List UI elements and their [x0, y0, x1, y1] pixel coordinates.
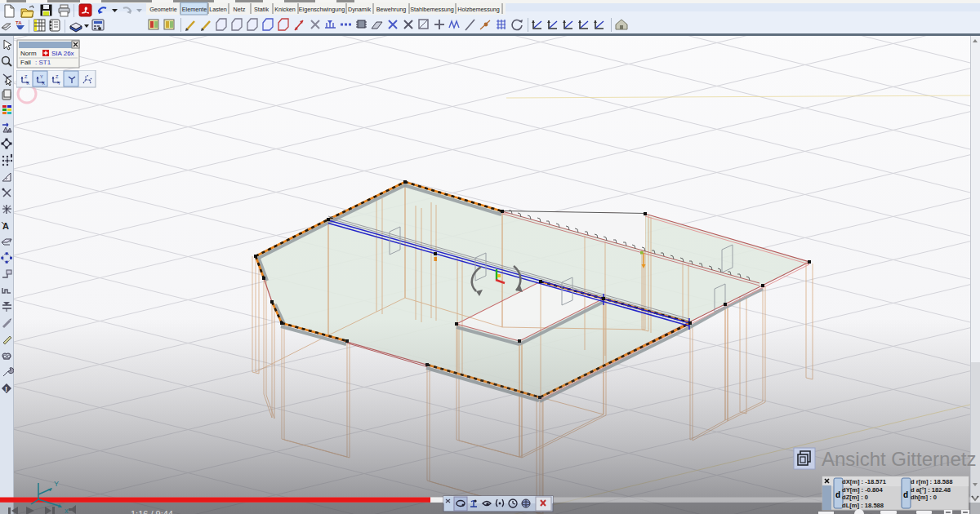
svg-text:Stahlbemessung: Stahlbemessung [410, 6, 454, 13]
svg-text:Fall: Fall [20, 59, 31, 66]
svg-text:Knicken: Knicken [274, 6, 296, 13]
svg-text:X: X [27, 81, 30, 86]
svg-text:Y: Y [40, 74, 43, 79]
svg-text:d r[m] : 18.588: d r[m] : 18.588 [911, 478, 953, 485]
svg-text:d a[°] : 182.48: d a[°] : 182.48 [911, 486, 951, 494]
svg-text:: ST1: : ST1 [35, 59, 51, 66]
svg-text:1:16 / 9:44: 1:16 / 9:44 [131, 509, 173, 514]
svg-text:Bewehrung: Bewehrung [376, 6, 406, 13]
svg-text:dh[m] : 0: dh[m] : 0 [911, 494, 937, 501]
svg-text:Netz: Netz [234, 6, 246, 13]
svg-text:d: d [835, 490, 840, 499]
svg-text:dY[m] : -0.804: dY[m] : -0.804 [842, 486, 884, 494]
svg-text:TA: TA [16, 20, 22, 25]
svg-text:Dynamik: Dynamik [348, 6, 371, 13]
svg-text:Holzbemessung: Holzbemessung [457, 6, 500, 13]
svg-text:Elemente: Elemente [182, 6, 207, 13]
svg-text:x: x [65, 507, 69, 514]
svg-text:!: ! [5, 385, 7, 393]
svg-text:SIA 26x: SIA 26x [51, 50, 74, 57]
svg-text:X: X [42, 81, 46, 86]
svg-text:Geometrie: Geometrie [149, 6, 177, 13]
svg-text:d: d [903, 490, 908, 499]
svg-text:Statik: Statik [254, 6, 269, 13]
svg-text:dZ[m] : 0: dZ[m] : 0 [842, 494, 868, 501]
svg-text:dL[m] : 18.588: dL[m] : 18.588 [842, 502, 884, 509]
svg-text:Y: Y [58, 81, 61, 86]
svg-text:dX[m] : -18.571: dX[m] : -18.571 [842, 478, 887, 485]
svg-text:Norm: Norm [20, 50, 37, 57]
svg-text:Ansicht Gitternetz: Ansicht Gitternetz [822, 448, 976, 470]
svg-text:Eigenschwingung: Eigenschwingung [299, 6, 345, 13]
svg-text:Lasten: Lasten [209, 6, 227, 13]
svg-text:Y: Y [54, 480, 59, 488]
svg-text:A: A [2, 221, 9, 231]
